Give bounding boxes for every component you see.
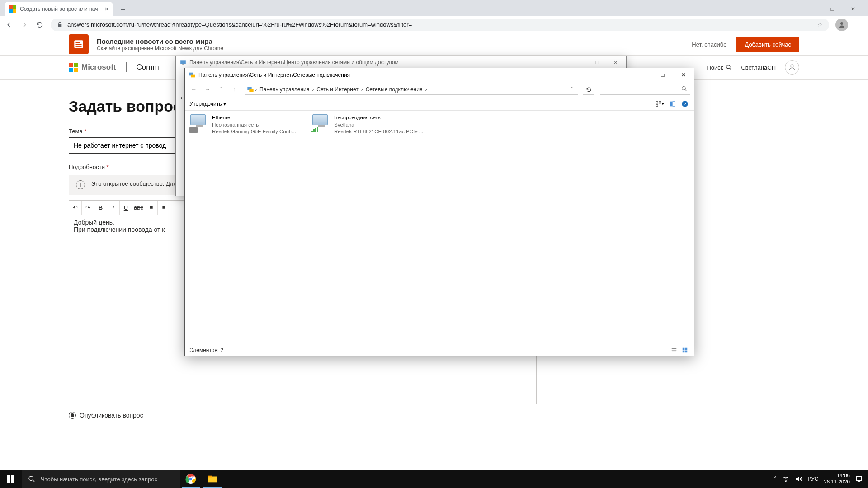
svg-text:?: ? <box>684 102 686 106</box>
chrome-profile-button[interactable] <box>835 19 848 31</box>
underline-button[interactable]: U <box>120 201 132 215</box>
italic-button[interactable]: I <box>107 201 120 215</box>
browser-back-button[interactable] <box>5 20 14 29</box>
url-text: answers.microsoft.com/ru-ru/newthread?th… <box>67 21 412 28</box>
exp-recent-button[interactable]: ˅ <box>216 86 226 93</box>
crumb-1[interactable]: Сеть и Интернет <box>315 86 360 93</box>
exp-maximize-button[interactable]: □ <box>652 69 673 81</box>
username[interactable]: СветланаСП <box>741 64 776 71</box>
news-app-icon <box>69 34 89 54</box>
view-tiles-button[interactable] <box>680 346 689 355</box>
connection-ethernet[interactable]: Ethernet Неопознанная сеть Realtek Gamin… <box>190 114 303 136</box>
browser-forward-button[interactable] <box>20 20 29 29</box>
crumb-2[interactable]: Сетевые подключения <box>364 86 425 93</box>
wifi-icon <box>312 114 330 132</box>
news-dismiss-link[interactable]: Нет, спасибо <box>692 41 726 48</box>
conn-status: Неопознанная сеть <box>212 122 296 129</box>
chrome-menu-button[interactable]: ⋮ <box>854 20 863 29</box>
svg-rect-33 <box>208 476 212 478</box>
browser-tab[interactable]: Создать новый вопрос или нач × <box>5 2 113 16</box>
chrome-minimize-button[interactable]: — <box>801 2 822 16</box>
conn-device: Realtek Gaming GbE Family Contr... <box>212 128 296 136</box>
crumb-dropdown[interactable]: ˅ <box>568 86 576 93</box>
svg-rect-27 <box>685 350 688 352</box>
exp-titlebar[interactable]: Панель управления\Сеть и Интернет\Сетевы… <box>185 68 694 82</box>
preview-pane-button[interactable] <box>668 99 677 108</box>
exp-up-button[interactable]: ↑ <box>229 86 240 93</box>
bg-maximize-button[interactable]: □ <box>588 57 606 68</box>
address-bar[interactable]: answers.microsoft.com/ru-ru/newthread?th… <box>51 19 829 31</box>
taskbar-search[interactable]: Чтобы начать поиск, введите здесь запрос <box>22 470 180 488</box>
organize-button[interactable]: Упорядочить ▾ <box>189 101 226 107</box>
bg-minimize-button[interactable]: — <box>570 57 588 68</box>
new-tab-button[interactable]: + <box>117 4 129 16</box>
browser-toolbar: answers.microsoft.com/ru-ru/newthread?th… <box>0 16 868 33</box>
taskbar-explorer[interactable] <box>202 470 223 488</box>
taskbar-chrome[interactable] <box>180 470 202 488</box>
search-icon <box>681 86 687 93</box>
search-placeholder: Чтобы начать поиск, введите здесь запрос <box>41 476 157 483</box>
svg-rect-15 <box>659 101 661 103</box>
svg-point-34 <box>785 481 786 482</box>
ms-favicon <box>9 5 16 13</box>
ms-logo-text: Microsoft <box>81 63 116 72</box>
tab-close-icon[interactable]: × <box>105 5 108 13</box>
bg-window-titlebar[interactable]: Панель управления\Сеть и Интернет\Центр … <box>176 56 626 68</box>
conn-status: Svetlana <box>334 122 423 129</box>
strike-button[interactable]: abc <box>132 201 145 215</box>
exp-close-button[interactable]: ✕ <box>673 69 694 81</box>
tray-chevron-icon[interactable]: ˄ <box>774 476 777 482</box>
taskbar-clock[interactable]: 14:06 26.11.2020 <box>824 473 850 485</box>
window-controls: — □ ✕ <box>801 2 863 16</box>
help-button[interactable]: ? <box>680 99 689 108</box>
svg-rect-8 <box>182 64 184 65</box>
exp-nav-bar: ← → ˅ ↑ › Панель управления › Сеть и Инт… <box>185 82 694 97</box>
publish-radio[interactable]: Опубликовать вопрос <box>69 412 799 419</box>
svg-rect-24 <box>683 347 685 350</box>
language-indicator[interactable]: РУС <box>807 476 818 482</box>
exp-back-button[interactable]: ← <box>189 86 199 93</box>
volume-tray-icon[interactable] <box>795 475 802 483</box>
view-options-button[interactable]: ▾ <box>655 99 664 108</box>
control-panel-icon <box>179 59 187 66</box>
align-center-button[interactable]: ≡ <box>158 201 170 215</box>
exp-title: Панель управления\Сеть и Интернет\Сетевы… <box>198 72 350 78</box>
exp-forward-button[interactable]: → <box>202 86 213 93</box>
browser-reload-button[interactable] <box>35 20 44 29</box>
header-search[interactable]: Поиск <box>707 64 732 71</box>
news-title: Последние новости со всего мира <box>97 38 223 45</box>
connection-wifi[interactable]: Беспроводная сеть Svetlana Realtek RTL88… <box>312 114 425 136</box>
exp-status-bar: Элементов: 2 <box>185 344 694 356</box>
bookmark-star-icon[interactable]: ☆ <box>817 21 823 28</box>
user-avatar[interactable] <box>785 60 799 75</box>
wifi-tray-icon[interactable] <box>782 475 789 483</box>
redo-button[interactable]: ↷ <box>82 201 94 215</box>
crumb-0[interactable]: Панель управления <box>258 86 311 93</box>
divider <box>126 62 127 72</box>
bg-close-button[interactable]: ✕ <box>606 57 624 68</box>
ms-logo-icon <box>69 63 78 72</box>
align-left-button[interactable]: ≡ <box>145 201 158 215</box>
lock-icon <box>57 22 63 28</box>
breadcrumb[interactable]: › Панель управления › Сеть и Интернет › … <box>245 84 578 95</box>
svg-rect-25 <box>685 347 688 350</box>
breadcrumb-icon <box>247 86 254 93</box>
svg-point-13 <box>682 87 686 90</box>
community-link[interactable]: Comm <box>137 63 159 72</box>
ms-logo[interactable]: Microsoft <box>69 63 116 72</box>
chrome-maximize-button[interactable]: □ <box>822 2 843 16</box>
bg-window-title: Панель управления\Сеть и Интернет\Центр … <box>189 59 399 66</box>
chrome-close-button[interactable]: ✕ <box>843 2 863 16</box>
svg-rect-18 <box>673 101 675 106</box>
refresh-button[interactable] <box>583 84 594 95</box>
notifications-tray-icon[interactable] <box>855 475 863 483</box>
exp-minimize-button[interactable]: — <box>632 69 652 81</box>
news-add-button[interactable]: Добавить сейчас <box>736 37 799 52</box>
start-button[interactable] <box>0 470 22 488</box>
view-details-button[interactable] <box>670 346 679 355</box>
exp-search-input[interactable] <box>600 84 690 95</box>
bold-button[interactable]: B <box>94 201 107 215</box>
browser-tab-strip: Создать новый вопрос или нач × + — □ ✕ <box>0 0 868 16</box>
news-extension-banner: Последние новости со всего мира Скачайте… <box>0 33 868 55</box>
undo-button[interactable]: ↶ <box>69 201 82 215</box>
